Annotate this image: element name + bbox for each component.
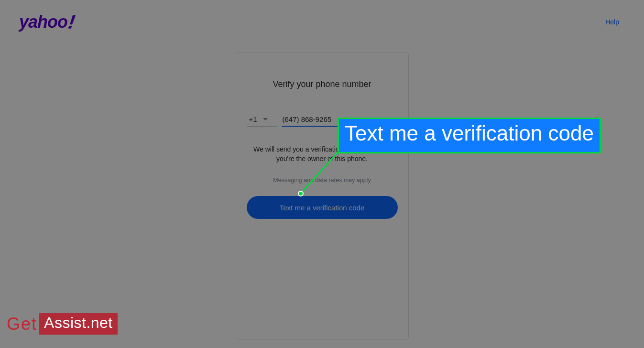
verify-card: Verify your phone number +1 We will send…: [236, 53, 409, 339]
callout-dot: [298, 191, 304, 196]
text-verification-button[interactable]: Text me a verification code: [247, 196, 398, 219]
chevron-down-icon: [263, 118, 268, 120]
card-title: Verify your phone number: [247, 79, 398, 89]
help-link[interactable]: Help: [605, 18, 619, 26]
page-header: yahoo! Help: [0, 0, 644, 44]
logo-text: yahoo: [19, 12, 67, 32]
country-code-value: +1: [249, 115, 257, 123]
country-code-select[interactable]: +1: [247, 113, 277, 127]
watermark-left: Get: [7, 314, 37, 334]
logo-exclaim-icon: !: [67, 10, 76, 33]
watermark: Get Assist.net: [7, 313, 118, 335]
annotation-callout: Text me a verification code: [338, 118, 601, 153]
main-area: Verify your phone number +1 We will send…: [0, 44, 644, 339]
rates-text: Messaging and data rates may apply: [247, 177, 398, 184]
watermark-right: Assist.net: [39, 313, 118, 335]
yahoo-logo: yahoo!: [19, 11, 75, 33]
